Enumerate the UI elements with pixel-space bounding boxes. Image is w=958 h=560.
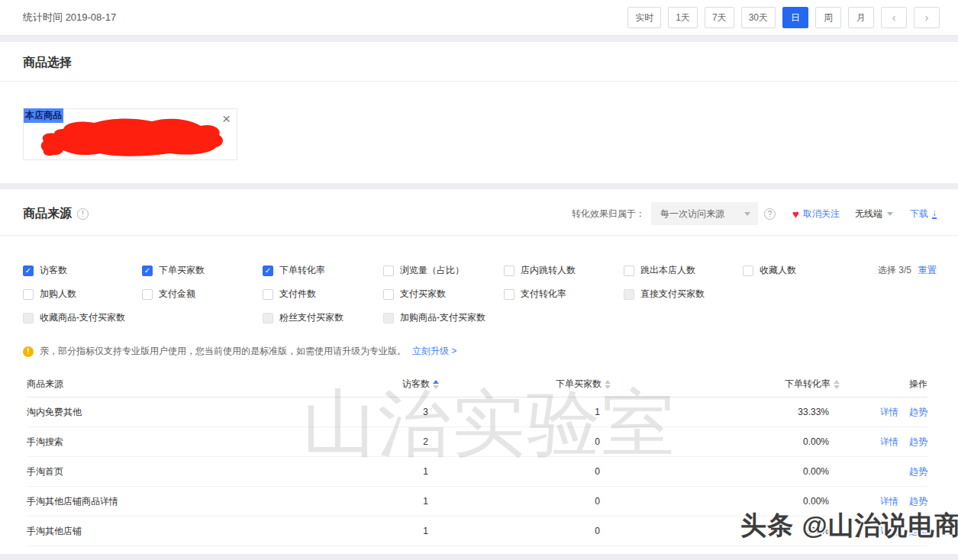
cell-value: 0: [439, 466, 611, 477]
stat-time: 统计时间 2019-08-17: [23, 11, 116, 24]
metric-label: 直接支付买家数: [640, 288, 705, 301]
prev-period-button[interactable]: ‹: [881, 7, 907, 28]
checkbox-icon: [624, 289, 634, 300]
product-select-panel: 商品选择 本店商品 ×: [0, 42, 958, 183]
range-button-3[interactable]: 30天: [741, 7, 776, 28]
cell-value: 1: [271, 466, 439, 477]
close-icon[interactable]: ×: [222, 111, 231, 126]
download-label: 下载: [910, 208, 928, 220]
metric-label: 下单买家数: [159, 264, 205, 277]
product-source-panel: 商品来源 ! 转化效果归属于： 每一次访问来源 ? ♥ 取消关注 无线端 下载 …: [0, 189, 958, 554]
reset-link[interactable]: 重置: [918, 264, 937, 277]
checkbox-icon: [263, 313, 273, 323]
metric-checkbox-8[interactable]: 支付金额: [142, 288, 263, 301]
cell-value: 0: [439, 526, 611, 536]
metric-checkbox-grid: 选择 3/5 重置 ✓访客数✓下单买家数✓下单转化率浏览量（占比）店内跳转人数跳…: [0, 236, 958, 324]
warning-icon: !: [23, 346, 34, 357]
column-header-2[interactable]: 下单买家数: [439, 378, 611, 391]
metric-checkbox-3[interactable]: 浏览量（占比）: [383, 264, 504, 277]
sort-down-icon: [433, 385, 439, 389]
trend-link[interactable]: 趋势: [909, 406, 927, 419]
metric-checkbox-11[interactable]: 支付转化率: [504, 288, 624, 301]
help-icon[interactable]: ?: [764, 208, 776, 220]
range-button-group: 实时1天7天30天日周月‹ ›: [621, 7, 940, 28]
source-controls: 转化效果归属于： 每一次访问来源 ? ♥ 取消关注 无线端 下载 ↓: [572, 202, 937, 225]
terminal-value: 无线端: [855, 208, 882, 220]
metric-checkbox-13: 收藏商品-支付买家数: [23, 311, 142, 324]
checkbox-icon: [383, 289, 394, 300]
cell-source: 手淘搜索: [27, 436, 271, 449]
selected-product-card: 本店商品 ×: [23, 108, 237, 160]
column-header-4: 操作: [840, 378, 927, 391]
metric-checkbox-5[interactable]: 跳出本店人数: [624, 264, 743, 277]
sort-carets-icon[interactable]: [834, 380, 840, 389]
detail-link[interactable]: 详情: [880, 436, 898, 449]
cell-value: 3: [271, 407, 439, 417]
table-row: 手淘首页100.00%趋势: [27, 457, 927, 487]
trend-link[interactable]: 趋势: [909, 436, 927, 449]
heart-icon: ♥: [792, 208, 799, 220]
next-period-button[interactable]: ›: [914, 7, 940, 28]
checkbox-icon: [383, 266, 394, 276]
selection-count: 选择 3/5: [878, 264, 911, 277]
sort-carets-icon[interactable]: [605, 380, 611, 389]
metric-checkbox-1[interactable]: ✓下单买家数: [142, 264, 263, 277]
detail-link[interactable]: 详情: [880, 495, 898, 508]
sort-up-icon: [433, 380, 439, 384]
column-label: 操作: [909, 378, 927, 391]
range-button-2[interactable]: 7天: [705, 7, 734, 28]
sort-carets-icon[interactable]: [433, 380, 439, 389]
metric-label: 加购商品-支付买家数: [400, 311, 485, 324]
range-button-1[interactable]: 1天: [668, 7, 698, 28]
column-label: 下单买家数: [556, 378, 602, 391]
trend-link[interactable]: 趋势: [909, 495, 927, 508]
metric-label: 收藏人数: [760, 264, 796, 277]
metric-checkbox-2[interactable]: ✓下单转化率: [263, 264, 383, 277]
table-row: 手淘其他店铺100.00%详情趋势: [27, 517, 927, 546]
range-button-4[interactable]: 日: [782, 7, 808, 28]
checkbox-icon: [504, 266, 514, 276]
checkbox-icon: [23, 313, 34, 323]
detail-link[interactable]: 详情: [880, 406, 898, 419]
column-label: 访客数: [402, 378, 430, 391]
metric-checkbox-4[interactable]: 店内跳转人数: [504, 264, 624, 277]
unfollow-link[interactable]: 取消关注: [803, 208, 840, 220]
redacted-product-scribble: [39, 117, 227, 156]
range-button-0[interactable]: 实时: [627, 7, 661, 28]
range-button-6[interactable]: 月: [848, 7, 874, 28]
metric-label: 收藏商品-支付买家数: [40, 311, 125, 324]
range-button-5[interactable]: 周: [815, 7, 841, 28]
table-row: 淘内免费其他3133.33%详情趋势: [27, 397, 927, 427]
source-title: 商品来源 !: [23, 206, 89, 222]
metric-checkbox-6[interactable]: 收藏人数: [743, 264, 857, 277]
download-link[interactable]: 下载 ↓: [910, 208, 937, 220]
chevron-down-icon: [887, 212, 893, 216]
checkbox-icon: [142, 289, 153, 300]
notice-text: 亲，部分指标仅支持专业版用户使用，您当前使用的是标准版，如需使用请升级为专业版。: [40, 345, 406, 358]
upgrade-link[interactable]: 立刻升级 >: [412, 345, 456, 358]
cell-source: 手淘其他店铺: [27, 525, 271, 538]
metric-checkbox-9[interactable]: 支付件数: [263, 288, 383, 301]
checkbox-checked-icon: ✓: [23, 266, 34, 276]
chevron-down-icon: [744, 212, 750, 216]
cell-value: 1: [439, 407, 611, 417]
trend-link[interactable]: 趋势: [909, 465, 927, 478]
column-header-1[interactable]: 访客数: [271, 378, 439, 391]
detail-link[interactable]: 详情: [880, 525, 898, 538]
metric-checkbox-7[interactable]: 加购人数: [23, 288, 142, 301]
cell-actions: 趋势: [840, 465, 927, 478]
sort-up-icon: [834, 380, 840, 384]
metric-label: 浏览量（占比）: [400, 264, 464, 277]
metric-label: 下单转化率: [279, 264, 325, 277]
cell-value: 0.00%: [611, 466, 840, 477]
attribution-dropdown[interactable]: 每一次访问来源: [651, 202, 758, 225]
terminal-dropdown[interactable]: 无线端: [855, 208, 893, 220]
sort-up-icon: [605, 380, 611, 384]
cell-value: 1: [271, 496, 439, 507]
cell-source: 手淘其他店铺商品详情: [27, 495, 271, 508]
metric-checkbox-10[interactable]: 支付买家数: [383, 288, 504, 301]
trend-link[interactable]: 趋势: [909, 525, 927, 538]
column-header-3[interactable]: 下单转化率: [611, 378, 840, 391]
cell-value: 0: [439, 436, 611, 447]
metric-checkbox-0[interactable]: ✓访客数: [23, 264, 142, 277]
